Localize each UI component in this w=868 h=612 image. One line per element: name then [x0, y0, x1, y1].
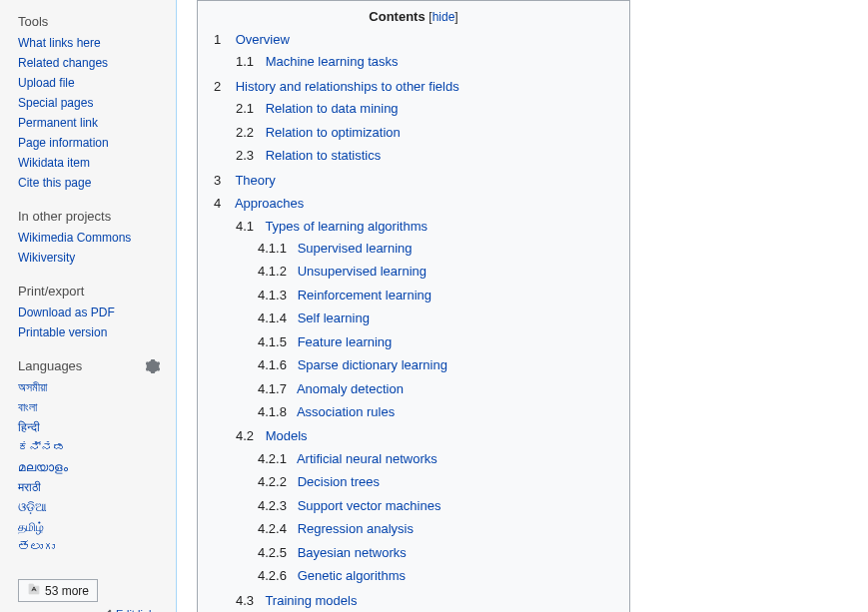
sidebar-link[interactable]: Download as PDF [18, 306, 115, 319]
content: Contents [hide] 1 Overview1.1 Machine le… [176, 0, 868, 612]
edit-links-label[interactable]: Edit links [116, 608, 160, 612]
sidebar-heading-languages-row: Languages [18, 358, 160, 373]
sidebar-heading-print: Print/export [18, 284, 160, 299]
sidebar-link[interactable]: Printable version [18, 325, 107, 339]
toc-link[interactable]: 2.2 Relation to optimization [236, 125, 401, 140]
toc-link[interactable]: 4.2.3 Support vector machines [258, 498, 440, 513]
toc-link[interactable]: 4.2.5 Bayesian networks [258, 545, 407, 560]
toc-link[interactable]: 4 Approaches [214, 196, 304, 211]
toc-link[interactable]: 4.2.2 Decision trees [258, 474, 380, 489]
toc-item: 4.2.1 Artificial neural networks [258, 447, 613, 470]
sidebar-item: मराठी [18, 477, 160, 497]
toc-item: 4.1.8 Association rules [258, 400, 613, 423]
sidebar-item: What links here [18, 33, 160, 53]
toc-item: 4.1 Types of learning algorithms4.1.1 Su… [236, 215, 613, 425]
sidebar-link[interactable]: ಕನ್ನಡ [18, 440, 66, 454]
sidebar-link[interactable]: What links here [18, 36, 101, 50]
toc-link[interactable]: 1.1 Machine learning tasks [236, 54, 399, 69]
sidebar-link[interactable]: தமிழ் [18, 520, 44, 534]
toc-link[interactable]: 4.1.4 Self learning [258, 310, 370, 325]
toc-item: 4.1.4 Self learning [258, 306, 613, 329]
sidebar: Tools What links hereRelated changesUplo… [0, 0, 170, 612]
sidebar-item: Wikimedia Commons [18, 228, 160, 248]
sidebar-link[interactable]: हिन्दी [18, 420, 40, 434]
sidebar-link[interactable]: Wikiversity [18, 251, 75, 265]
toc-item: 4.2.4 Regression analysis [258, 517, 613, 540]
sidebar-item: ಕನ್ನಡ [18, 437, 160, 457]
sidebar-item: हिन्दी [18, 417, 160, 437]
languages-more-button[interactable]: 53 more [18, 579, 98, 602]
sidebar-link[interactable]: অসমীয়া [18, 380, 47, 394]
toc-item: 4.2.6 Genetic algorithms [258, 564, 613, 587]
toc-link[interactable]: 4.2.1 Artificial neural networks [258, 451, 437, 466]
toc-item: 4.2.2 Decision trees [258, 470, 613, 493]
sidebar-link[interactable]: मराठी [18, 480, 41, 494]
toc-item: 2.3 Relation to statistics [236, 144, 613, 167]
sidebar-item: Permanent link [18, 113, 160, 133]
toc-item: 2 History and relationships to other fie… [214, 75, 613, 169]
sidebar-list-languages: অসমীয়াবাংলাहिन्दीಕನ್ನಡമലയാളംमराठीଓଡ଼ିଆத… [18, 377, 160, 563]
toc-item: 4.3 Training models4.3.1 Federated learn… [236, 589, 613, 613]
sidebar-list-projects: Wikimedia CommonsWikiversity [18, 228, 160, 274]
sidebar-link[interactable]: Wikidata item [18, 156, 90, 170]
toc-link[interactable]: 4.2 Models [236, 428, 308, 443]
sidebar-item: Page information [18, 133, 160, 153]
toc-list: 1 Overview1.1 Machine learning tasks2 Hi… [214, 28, 613, 612]
toc-link[interactable]: 4.1.8 Association rules [258, 404, 395, 419]
toc-link[interactable]: 2 History and relationships to other fie… [214, 79, 459, 94]
toc-title-row: Contents [hide] [214, 9, 613, 24]
toc-link[interactable]: 1 Overview [214, 32, 290, 47]
sidebar-item: ଓଡ଼ିଆ [18, 497, 160, 517]
toc-title: Contents [369, 9, 425, 24]
sidebar-heading-tools: Tools [18, 14, 160, 29]
sidebar-link[interactable]: Cite this page [18, 176, 91, 190]
sidebar-heading-projects: In other projects [18, 209, 160, 224]
toc-link[interactable]: 4.2.6 Genetic algorithms [258, 568, 406, 583]
toc-link[interactable]: 4.1 Types of learning algorithms [236, 219, 428, 234]
sidebar-link[interactable]: বাংলা [18, 400, 37, 414]
sidebar-link[interactable]: Upload file [18, 76, 75, 90]
toc-link[interactable]: 4.1.2 Unsupervised learning [258, 264, 427, 279]
toc-link[interactable]: 2.1 Relation to data mining [236, 101, 399, 116]
sidebar-link[interactable]: മലയാളം [18, 460, 68, 474]
toc-item: 4.1.5 Feature learning [258, 330, 613, 353]
sidebar-link[interactable]: Page information [18, 136, 109, 150]
toc-item: 2.1 Relation to data mining [236, 97, 613, 120]
toc-link[interactable]: 2.3 Relation to statistics [236, 148, 381, 163]
pencil-icon [103, 608, 113, 612]
toc-link[interactable]: 3 Theory [214, 173, 276, 188]
sidebar-link[interactable]: Permanent link [18, 116, 98, 130]
toc-toggle[interactable]: [hide] [429, 10, 457, 24]
toc-link[interactable]: 4.3 Training models [236, 593, 357, 608]
sidebar-item: Related changes [18, 53, 160, 73]
toc-item: 4.2 Models4.2.1 Artificial neural networ… [236, 424, 613, 588]
toc-link[interactable]: 4.1.7 Anomaly detection [258, 381, 404, 396]
sidebar-list-tools: What links hereRelated changesUpload fil… [18, 33, 160, 199]
sidebar-item: Special pages [18, 93, 160, 113]
sidebar-item: বাংলা [18, 397, 160, 417]
toc-item: 3 Theory [214, 169, 613, 192]
sidebar-item: Printable version [18, 322, 160, 342]
toc-link[interactable]: 4.2.4 Regression analysis [258, 521, 414, 536]
sidebar-item: অসমীয়া [18, 377, 160, 397]
toc-link[interactable]: 4.1.5 Feature learning [258, 334, 392, 349]
toc-item: 2.2 Relation to optimization [236, 121, 613, 144]
sidebar-list-print: Download as PDFPrintable version [18, 303, 160, 348]
sidebar-heading-languages: Languages [18, 358, 82, 373]
toc-item: 4.1.2 Unsupervised learning [258, 260, 613, 283]
sidebar-link[interactable]: Special pages [18, 96, 93, 110]
sidebar-link[interactable]: Wikimedia Commons [18, 231, 131, 245]
edit-links[interactable]: Edit links [18, 608, 160, 612]
gear-icon[interactable] [146, 359, 160, 373]
sidebar-link[interactable]: తెలుగు [18, 540, 55, 554]
sidebar-link[interactable]: Related changes [18, 56, 108, 70]
toc-link[interactable]: 4.1.1 Supervised learning [258, 241, 413, 256]
sidebar-item: తెలుగు [18, 537, 160, 557]
toc-link[interactable]: 4.1.3 Reinforcement learning [258, 288, 432, 303]
toc-link[interactable]: 4.1.6 Sparse dictionary learning [258, 357, 447, 372]
toc-item: 4.1.7 Anomaly detection [258, 377, 613, 400]
toc-item: 4.2.5 Bayesian networks [258, 541, 613, 564]
toc-item: 4.1.6 Sparse dictionary learning [258, 353, 613, 376]
sidebar-item: Wikidata item [18, 153, 160, 173]
sidebar-link[interactable]: ଓଡ଼ିଆ [18, 500, 47, 514]
